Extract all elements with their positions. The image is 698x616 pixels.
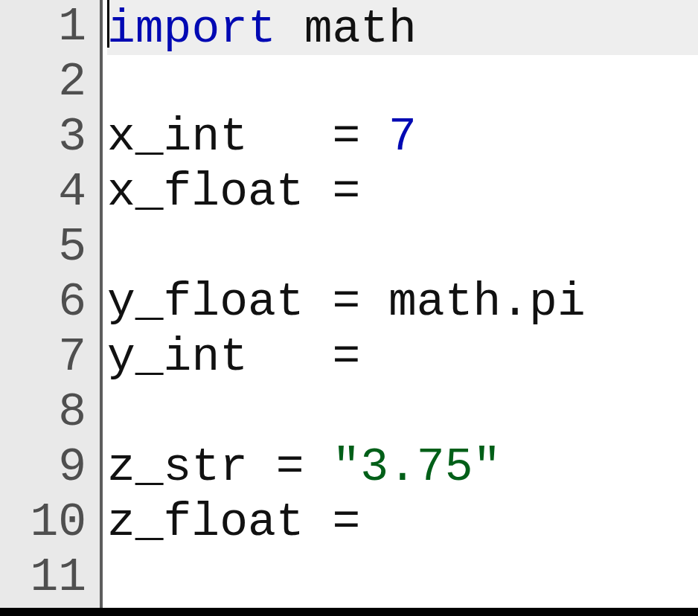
code-token: "3.75" — [332, 441, 501, 494]
code-token: x_float = — [107, 166, 388, 219]
code-token: z_str = — [107, 441, 332, 494]
code-token: y_int = — [107, 331, 388, 384]
code-line[interactable]: x_float = — [107, 165, 698, 220]
line-number: 1 — [0, 0, 100, 55]
code-editor[interactable]: 1234567891011 import mathx_int = 7x_floa… — [0, 0, 698, 616]
line-number-gutter: 1234567891011 — [0, 0, 103, 616]
code-line[interactable]: z_float = — [107, 495, 698, 551]
line-number: 6 — [0, 275, 100, 330]
code-line[interactable] — [107, 385, 698, 440]
code-token: math — [276, 3, 417, 56]
code-area[interactable]: import mathx_int = 7x_float = y_float = … — [103, 0, 698, 616]
line-number: 4 — [0, 165, 100, 220]
code-line[interactable]: y_float = math.pi — [107, 275, 698, 330]
code-token: z_float = — [107, 496, 360, 549]
line-number: 5 — [0, 220, 100, 275]
line-number: 11 — [0, 551, 100, 606]
line-number: 10 — [0, 495, 100, 551]
code-token: import — [107, 3, 276, 56]
code-token: y_float = math.pi — [107, 276, 586, 329]
code-line[interactable] — [107, 55, 698, 110]
code-line[interactable]: y_int = — [107, 330, 698, 385]
code-line[interactable] — [107, 220, 698, 275]
line-number: 2 — [0, 55, 100, 110]
code-line[interactable]: import math — [107, 0, 698, 55]
line-number: 7 — [0, 330, 100, 385]
code-line[interactable]: x_int = 7 — [107, 110, 698, 165]
code-token: 7 — [388, 111, 417, 164]
code-token: x_int = — [107, 111, 388, 164]
line-number: 3 — [0, 110, 100, 165]
line-number: 8 — [0, 385, 100, 440]
code-line[interactable]: z_str = "3.75" — [107, 440, 698, 495]
line-number: 9 — [0, 440, 100, 495]
bottom-border — [0, 608, 698, 616]
code-line[interactable] — [107, 551, 698, 606]
